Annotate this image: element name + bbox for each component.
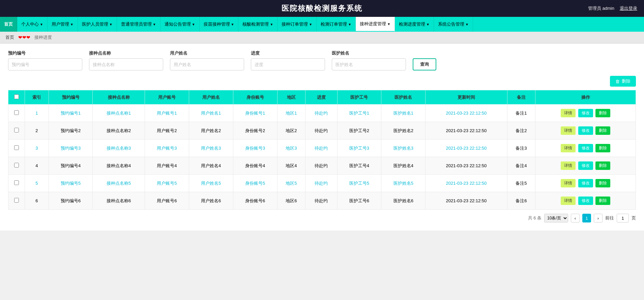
nav-item-test-mgmt[interactable]: 核酸检测管理 ▼	[238, 17, 277, 32]
nav-item-vaccine-mgmt[interactable]: 疫苗接种管理 ▼	[200, 17, 239, 32]
table-row: 4 预约编号4 接种点名称4 用户账号4 用户姓名4 身份账号4 地区4 待赴约…	[8, 157, 636, 175]
pagination-bar: 共 6 条 10条/页 20条/页 50条/页 ‹ 1 › 前往 页	[8, 210, 636, 224]
nav-bar: 首页 个人中心 ▼ 用户管理 ▼ 医护人员管理 ▼ 普通管理员管理 ▼ 通知公告…	[0, 17, 644, 32]
heart-icon: ❤❤❤	[18, 35, 30, 40]
nav-item-sys-notice[interactable]: 系统公告管理 ▼	[434, 17, 473, 32]
query-button[interactable]: 查询	[413, 58, 436, 70]
row-select-checkbox[interactable]	[14, 198, 19, 203]
row-site-name: 接种点名称4	[93, 157, 145, 175]
nav-item-personal[interactable]: 个人中心 ▼	[17, 17, 48, 32]
row-id-account: 身份账号1	[233, 104, 277, 122]
page-jump-input[interactable]	[617, 214, 629, 222]
nav-item-nurse-mgmt[interactable]: 医护人员管理 ▼	[78, 17, 117, 32]
chevron-down-icon: ▼	[348, 23, 351, 26]
chevron-down-icon: ▼	[465, 23, 469, 26]
col-checkbox	[8, 90, 25, 104]
prev-page-button[interactable]: ‹	[571, 214, 580, 222]
row-booking-no: 预约编号5	[49, 175, 93, 192]
delete-button[interactable]: 删除	[595, 126, 610, 135]
row-progress: 待赴约	[305, 175, 337, 192]
next-page-button[interactable]: ›	[594, 214, 603, 222]
col-site-name: 接种点名称	[93, 90, 145, 104]
booking-no-input[interactable]	[8, 58, 82, 70]
detail-button[interactable]: 详情	[561, 109, 576, 117]
delete-button[interactable]: 删除	[595, 109, 610, 117]
row-nurse-id: 医护工号1	[337, 104, 381, 122]
edit-button[interactable]: 修改	[578, 161, 593, 170]
nav-item-test-order[interactable]: 检测订单管理 ▼	[317, 17, 356, 32]
detail-button[interactable]: 详情	[561, 197, 576, 205]
detail-button[interactable]: 详情	[561, 126, 576, 135]
row-select-checkbox[interactable]	[14, 145, 19, 150]
nav-item-test-progress[interactable]: 检测进度管理 ▼	[395, 17, 434, 32]
select-all-checkbox[interactable]	[14, 94, 19, 99]
row-index: 5	[25, 175, 49, 192]
total-count: 共 6 条	[528, 215, 541, 221]
row-checkbox	[8, 175, 25, 192]
row-area: 地区4	[277, 157, 305, 175]
row-booking-no: 预约编号3	[49, 140, 93, 157]
col-area: 地区	[277, 90, 305, 104]
filter-user-name: 用户姓名	[170, 50, 244, 70]
col-remark: 备注	[507, 90, 535, 104]
top-header: 医院核酸检测服务系统 管理员 admin 退出登录	[0, 0, 644, 17]
site-name-input[interactable]	[89, 58, 163, 70]
page-label: 页	[632, 215, 636, 221]
nav-item-home[interactable]: 首页	[0, 17, 17, 32]
row-actions: 详情 修改 删除	[535, 175, 636, 192]
row-id-account: 身份账号2	[233, 122, 277, 140]
nav-item-vaccine-progress[interactable]: 接种进度管理 ▼	[356, 17, 395, 32]
nav-item-vaccine-order[interactable]: 接种订单管理 ▼	[277, 17, 317, 32]
row-select-checkbox[interactable]	[14, 110, 19, 115]
batch-delete-button[interactable]: 🗑 删除	[610, 76, 636, 87]
row-select-checkbox[interactable]	[14, 180, 19, 185]
breadcrumb: 首页 ❤❤❤ 接种进度	[0, 32, 644, 43]
row-user-name: 用户姓名6	[189, 192, 233, 210]
row-user-name: 用户姓名2	[189, 122, 233, 140]
detail-button[interactable]: 详情	[561, 144, 576, 152]
row-update-time: 2021-03-23 22:12:50	[426, 157, 507, 175]
edit-button[interactable]: 修改	[578, 126, 593, 135]
chevron-down-icon: ▼	[309, 23, 312, 26]
table-row: 5 预约编号5 接种点名称5 用户账号5 用户姓名5 身份账号5 地区5 待赴约…	[8, 175, 636, 192]
nav-item-notice-mgmt[interactable]: 通知公告管理 ▼	[160, 17, 200, 32]
row-select-checkbox[interactable]	[14, 163, 19, 168]
logout-button[interactable]: 退出登录	[620, 5, 637, 11]
row-update-time: 2021-03-23 22:12:50	[426, 140, 507, 157]
detail-button[interactable]: 详情	[561, 161, 576, 170]
page-1-button[interactable]: 1	[582, 214, 591, 222]
col-user-name: 用户姓名	[189, 90, 233, 104]
row-actions: 详情 修改 删除	[535, 104, 636, 122]
row-site-name: 接种点名称6	[93, 192, 145, 210]
nav-item-user-mgmt[interactable]: 用户管理 ▼	[48, 17, 78, 32]
edit-button[interactable]: 修改	[578, 179, 593, 187]
row-select-checkbox[interactable]	[14, 128, 19, 132]
user-name-input[interactable]	[170, 58, 244, 70]
chevron-down-icon: ▼	[40, 23, 43, 26]
delete-button[interactable]: 删除	[595, 179, 610, 187]
edit-button[interactable]: 修改	[578, 144, 593, 152]
row-update-time: 2021-03-23 22:12:50	[426, 175, 507, 192]
row-area: 地区1	[277, 104, 305, 122]
row-area: 地区2	[277, 122, 305, 140]
breadcrumb-home[interactable]: 首页	[5, 34, 14, 40]
row-remark: 备注1	[507, 104, 535, 122]
row-index: 4	[25, 157, 49, 175]
row-progress: 待赴约	[305, 104, 337, 122]
delete-button[interactable]: 删除	[595, 144, 610, 152]
table-row: 2 预约编号2 接种点名称2 用户账号2 用户姓名2 身份账号2 地区2 待赴约…	[8, 122, 636, 140]
edit-button[interactable]: 修改	[578, 109, 593, 117]
progress-input[interactable]	[251, 58, 325, 70]
page-size-select[interactable]: 10条/页 20条/页 50条/页	[544, 214, 568, 222]
nav-item-admin-mgmt[interactable]: 普通管理员管理 ▼	[117, 17, 160, 32]
detail-button[interactable]: 详情	[561, 179, 576, 187]
nurse-name-input[interactable]	[332, 58, 406, 70]
chevron-down-icon: ▼	[387, 22, 390, 26]
edit-button[interactable]: 修改	[578, 197, 593, 205]
table-row: 1 预约编号1 接种点名称1 用户账号1 用户姓名1 身份账号1 地区1 待赴约…	[8, 104, 636, 122]
col-nurse-name: 医护姓名	[381, 90, 426, 104]
delete-button[interactable]: 删除	[595, 197, 610, 205]
delete-button[interactable]: 删除	[595, 161, 610, 170]
filter-progress: 进度	[251, 50, 325, 70]
col-update-time: 更新时间	[426, 90, 507, 104]
